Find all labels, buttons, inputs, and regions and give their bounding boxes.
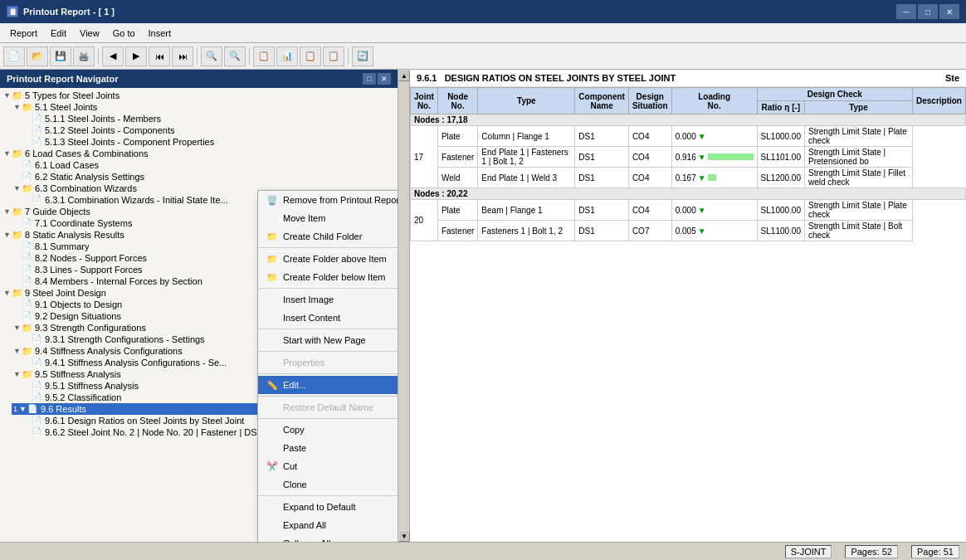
tree-toggle[interactable]: ▼ [13, 103, 22, 111]
tree-label: 6.3 Combination Wizards [35, 183, 137, 193]
ctx-label: Move Item [283, 213, 398, 223]
tree-toggle[interactable]: ▼ [13, 370, 22, 378]
ctx-sep [258, 351, 398, 352]
tb-print[interactable]: 🖨️ [73, 46, 95, 66]
minimize-button[interactable]: ─ [896, 4, 916, 19]
scroll-up-btn[interactable]: ▲ [398, 70, 410, 81]
tree-toggle [23, 196, 32, 204]
tree-toggle[interactable]: ▼ [19, 405, 27, 413]
ctx-clone[interactable]: Clone [258, 475, 398, 494]
tb-zoom-in[interactable]: 🔍 [201, 46, 222, 66]
folder-icon: 📁 [22, 346, 33, 356]
tb-copy[interactable]: 📋 [253, 46, 275, 66]
ctx-new-page[interactable]: Start with New Page [258, 331, 398, 349]
tb-next[interactable]: ▶ [125, 46, 147, 66]
tb-new[interactable]: 📄 [3, 46, 25, 66]
folder-add-icon: 📁 [265, 230, 280, 243]
ctx-sep [258, 373, 398, 374]
tree-item-5-types[interactable]: ▼ 📁 5 Types for Steel Joints [2, 90, 396, 101]
ctx-create-below[interactable]: 📁 Create Folder below Item [258, 268, 398, 286]
tb-save[interactable]: 💾 [50, 46, 71, 66]
tree-item-6-1[interactable]: 📄 6.1 Load Cases [12, 159, 396, 171]
tree-item-5-1-1[interactable]: 📄 5.1.1 Steel Joints - Members [22, 113, 396, 124]
ctx-cut[interactable]: ✂️ Cut Ctrl+X [258, 457, 398, 475]
ctx-paste[interactable]: Paste Ctrl+V [258, 439, 398, 457]
tree-item-5-1[interactable]: ▼ 📁 5.1 Steel Joints [12, 101, 396, 113]
ctx-move[interactable]: Move Item ▶ [258, 209, 398, 227]
properties-icon [265, 356, 280, 369]
tb-export[interactable]: 📋 [300, 46, 321, 66]
menu-view[interactable]: View [73, 27, 106, 40]
menu-goto[interactable]: Go to [106, 27, 142, 40]
ctx-remove[interactable]: 🗑️ Remove from Printout Report [258, 191, 398, 209]
doc-icon: 📄 [32, 358, 43, 368]
maximize-button[interactable]: □ [918, 4, 938, 19]
node-header-label: Nodes : 17,18 [411, 114, 966, 126]
tree-item-5-1-2[interactable]: 📄 5.1.2 Steel Joints - Components [22, 124, 396, 136]
status-module: S-JOINT [785, 545, 832, 558]
ctx-sep [258, 495, 398, 496]
title-bar: 📋 Printout Report - [ 1 ] ─ □ ✕ [0, 0, 966, 23]
close-button[interactable]: ✕ [939, 4, 959, 19]
ctx-collapse-all[interactable]: Collapse All [258, 534, 398, 542]
tree-toggle [13, 265, 22, 274]
tb-prev[interactable]: ◀ [102, 46, 124, 66]
row-co: CO4 [628, 126, 671, 147]
tree-item-5-1-3[interactable]: 📄 5.1.3 Steel Joints - Component Propert… [22, 136, 396, 148]
panel-close-btn[interactable]: ✕ [378, 73, 391, 85]
folder-icon: 📁 [12, 90, 23, 100]
ctx-expand-all[interactable]: Expand All [258, 516, 398, 534]
ctx-properties[interactable]: Properties [258, 353, 398, 372]
left-panel: Printout Report Navigator □ ✕ ▼ 📁 5 Type… [0, 70, 398, 542]
folder-icon: 📁 [22, 323, 33, 333]
menu-edit[interactable]: Edit [44, 27, 73, 40]
tb-zoom-out[interactable]: 🔍 [224, 46, 246, 66]
panel-restore-btn[interactable]: □ [363, 73, 376, 85]
tree-toggle[interactable]: ▼ [3, 207, 12, 216]
ctx-copy[interactable]: Copy Ctrl+C [258, 421, 398, 439]
ctx-create-above[interactable]: 📁 Create Folder above Item [258, 250, 398, 268]
menu-insert[interactable]: Insert [142, 27, 178, 40]
tb-table[interactable]: 📊 [276, 46, 298, 66]
tree-toggle[interactable]: ▼ [3, 149, 12, 158]
tree-toggle [13, 312, 22, 320]
tree-label: 9 Steel Joint Design [25, 288, 106, 298]
tree-item-6-2[interactable]: 📄 6.2 Static Analysis Settings [12, 171, 396, 183]
doc-icon: 📄 [32, 334, 43, 344]
ctx-insert-content[interactable]: Insert Content ▶ [258, 309, 398, 327]
tree-item-6[interactable]: ▼ 📁 6 Load Cases & Combinations [2, 148, 396, 159]
tree-toggle[interactable]: ▼ [13, 347, 22, 355]
left-scrollbar[interactable]: ▲ ▼ [398, 70, 410, 542]
expand-default-icon [265, 500, 280, 514]
row-sl: SL1100.00 [757, 221, 804, 241]
scroll-down-btn[interactable]: ▼ [398, 530, 410, 542]
ctx-create-child[interactable]: 📁 Create Child Folder [258, 227, 398, 246]
ctx-edit[interactable]: ✏️ Edit... 2 [258, 376, 398, 394]
tree-toggle[interactable]: ▼ [3, 91, 12, 100]
ctx-label: Create Child Folder [283, 231, 398, 241]
row-desc: Strength Limit State | Plate check [805, 126, 913, 147]
folder-above-icon: 📁 [265, 252, 280, 265]
tree-toggle[interactable]: ▼ [3, 231, 12, 239]
tree-toggle [23, 335, 32, 343]
tb-refresh[interactable]: 🔄 [352, 46, 373, 66]
ctx-restore-name[interactable]: Restore Default Name [258, 398, 398, 416]
th-design-situation: DesignSituation [628, 88, 671, 114]
ctx-sep [258, 396, 398, 397]
tb-first[interactable]: ⏮ [149, 46, 170, 66]
scroll-track [398, 81, 409, 530]
tb-import[interactable]: 📋 [323, 46, 344, 66]
tree-label: 6.2 Static Analysis Settings [35, 172, 144, 182]
ctx-insert-image[interactable]: Insert Image ▶ [258, 290, 398, 309]
table-row: 20 Plate Beam | Flange 1 DS1 CO4 0.000▼ … [411, 200, 966, 221]
tree-toggle[interactable]: ▼ [13, 324, 22, 332]
tree-toggle[interactable]: ▼ [3, 289, 12, 297]
menu-report[interactable]: Report [3, 27, 44, 40]
tree-toggle[interactable]: ▼ [13, 184, 22, 192]
image-icon [265, 293, 280, 306]
ctx-label: Start with New Page [283, 335, 398, 345]
tb-open[interactable]: 📂 [27, 46, 48, 66]
collapse-all-icon [265, 537, 280, 542]
ctx-expand-default[interactable]: Expand to Default [258, 498, 398, 516]
tb-last[interactable]: ⏭ [172, 46, 193, 66]
